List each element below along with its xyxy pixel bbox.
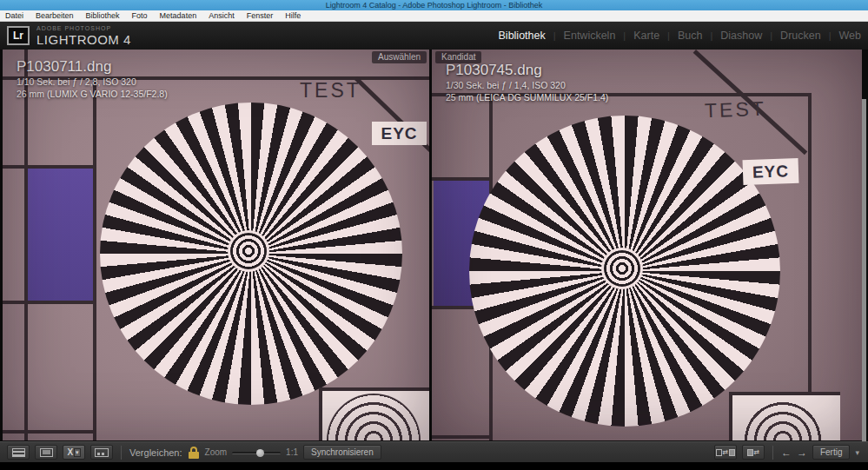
compare-view-button[interactable]: X ▾ [63,445,85,460]
menu-datei[interactable]: Datei [5,11,23,20]
toolbar-right: ⇄ ⇄ ← → Fertig ▾ [714,445,859,460]
menu-metadaten[interactable]: Metadaten [160,11,197,20]
concentric-rings-target [732,395,840,440]
make-candidate-select-button[interactable]: ⇄ [742,445,765,460]
menu-foto[interactable]: Foto [132,11,148,20]
zoom-lock-icon[interactable] [188,447,200,459]
chart-frame-line [93,76,96,440]
menu-bibliothek[interactable]: Bibliothek [86,11,120,20]
photo-filename: P1030745.dng [446,62,608,79]
menu-hilfe[interactable]: Hilfe [285,11,301,20]
previous-photo-button[interactable]: ← [781,447,792,458]
photo-exposure: 1/10 Sek. bei ƒ / 2,8, ISO 320 [17,76,168,88]
grid-view-icon [12,448,25,457]
brand-lightroom-4: LIGHTROOM 4 [36,32,131,47]
siemens-star-chart [469,116,780,427]
photo-info-overlay: P1030711.dng 1/10 Sek. bei ƒ / 2,8, ISO … [17,58,168,100]
purple-color-patch [28,169,93,301]
zoom-slider-thumb[interactable] [256,449,264,457]
module-buch[interactable]: Buch [678,30,703,42]
module-separator: | [623,30,626,41]
loupe-view-button[interactable] [35,445,57,460]
app-header: Lr ADOBE PHOTOSHOP LIGHTROOM 4 Bibliothe… [0,22,868,50]
zoom-ratio-value: 1:1 [286,447,298,457]
chart-test-label: TEST [300,79,361,103]
zoom-label: Zoom [205,447,228,457]
menu-ansicht[interactable]: Ansicht [209,11,235,20]
concentric-rings [739,397,826,440]
module-picker: Bibliothek | Entwickeln | Karte | Buch |… [499,22,861,50]
menu-bearbeiten[interactable]: Bearbeiten [36,11,74,20]
concentric-rings [327,394,421,440]
star-center-rings [601,248,643,289]
loupe-view-icon [40,448,53,457]
toolbar-options-chevron-icon[interactable]: ▾ [855,448,859,457]
concentric-rings-target [322,391,429,440]
bottom-edge [0,462,868,470]
right-panel-collapse-handle[interactable] [862,99,866,470]
promote-icon: ⇄ [747,449,760,456]
module-separator: | [829,30,832,41]
menu-fenster[interactable]: Fenster [247,11,274,20]
window-title: Lightroom 4 Catalog - Adobe Photoshop Li… [326,0,543,10]
compare-candidate-pane[interactable]: TEST EYC Kandidat P1030745.dng 1/30 Sek.… [432,50,862,440]
title-bar: Lightroom 4 Catalog - Adobe Photoshop Li… [0,0,868,10]
toolbar-divider [772,446,773,460]
chart-frame-line [3,301,96,304]
brand-block: ADOBE PHOTOSHOP LIGHTROOM 4 [36,25,131,47]
swap-select-candidate-button[interactable]: ⇄ [714,445,737,460]
photo-info-overlay: P1030745.dng 1/30 Sek. bei ƒ / 1,4, ISO … [446,62,608,103]
next-photo-button[interactable]: → [797,447,807,458]
module-karte[interactable]: Karte [633,30,659,42]
module-separator: | [667,30,670,41]
module-separator: | [770,30,772,41]
compare-select-pane[interactable]: TEST EYC Auswählen P1030711.dng 1/10 Sek… [3,50,429,440]
photo-lens: 26 mm (LUMIX G VARIO 12-35/F2.8) [17,88,168,100]
menu-bar: Datei Bearbeiten Bibliothek Foto Metadat… [0,10,868,22]
chart-frame-line [3,430,93,434]
lightroom-window: Lightroom 4 Catalog - Adobe Photoshop Li… [0,0,868,470]
chart-eyc-label: EYC [743,158,799,185]
chevron-down-icon[interactable]: ▾ [74,448,81,457]
select-badge: Auswählen [372,51,427,63]
compare-view-area: TEST EYC Auswählen P1030711.dng 1/10 Sek… [0,50,868,441]
module-separator: | [710,30,712,41]
chart-frame-line [808,93,812,394]
module-entwickeln[interactable]: Entwickeln [564,30,616,42]
brand-adobe-photoshop: ADOBE PHOTOSHOP [36,25,131,31]
toolbar: X ▾ Vergleichen: Zoom 1:1 Synchronisiere… [0,441,868,462]
photo-lens: 25 mm (LEICA DG SUMMILUX 25/F1.4) [446,91,608,103]
survey-view-button[interactable] [90,445,113,460]
toolbar-left: X ▾ Vergleichen: Zoom 1:1 Synchronisiere… [7,445,381,460]
module-bibliothek[interactable]: Bibliothek [499,30,546,42]
zoom-slider[interactable] [232,448,281,457]
done-button[interactable]: Fertig [812,445,851,460]
compare-view-icon: X [67,448,73,457]
chart-frame-line [432,435,489,439]
module-separator: | [553,30,556,41]
siemens-star-chart [100,103,402,405]
lr-logo-icon: Lr [7,26,30,45]
grid-view-button[interactable] [7,445,30,460]
chart-eyc-label: EYC [372,122,427,145]
chart-test-label: TEST [705,97,767,122]
toolbar-divider [121,446,122,460]
compare-label: Vergleichen: [129,447,182,458]
module-web[interactable]: Web [839,30,861,42]
module-diashow[interactable]: Diashow [720,30,762,42]
swap-icon: ⇄ [716,449,736,456]
synchronize-button[interactable]: Synchronisieren [303,445,381,460]
photo-exposure: 1/30 Sek. bei ƒ / 1,4, ISO 320 [446,79,608,91]
star-center-rings [228,230,269,272]
module-drucken[interactable]: Drucken [780,30,821,42]
photo-filename: P1030711.dng [17,58,168,76]
survey-view-icon [95,448,109,457]
